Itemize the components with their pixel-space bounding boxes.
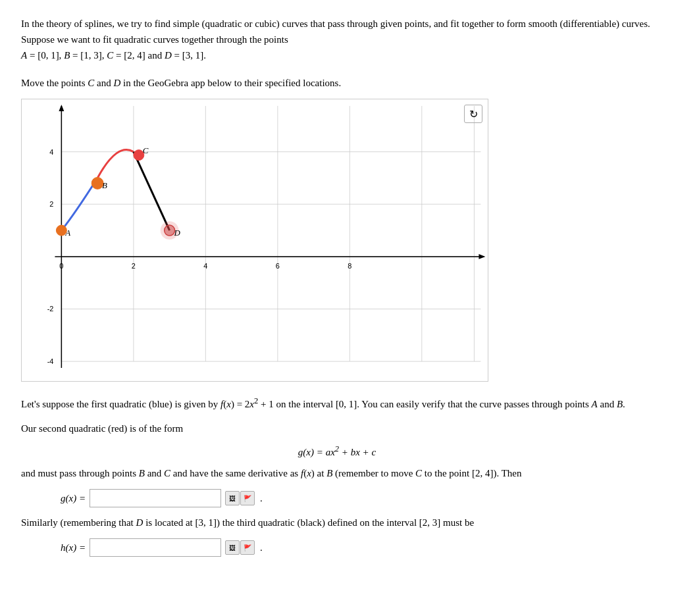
black-intro: Similarly (remembering that D is located… — [21, 514, 653, 532]
red-condition: and must pass through points B and C and… — [21, 465, 653, 482]
gx-image-icon[interactable]: 🖼 — [225, 491, 240, 505]
geogebra-graph: ↻ 0 2 4 6 8 4 2 -2 — [21, 99, 488, 382]
svg-text:4: 4 — [49, 148, 53, 156]
svg-marker-16 — [479, 254, 485, 259]
gx-label: g(x) = — [61, 493, 86, 504]
gx-period: . — [260, 493, 263, 504]
math-italic: A = [0, 1], B = [1, 3], C = [2, 4] A = [… — [21, 50, 206, 61]
svg-text:2: 2 — [132, 262, 136, 270]
svg-text:B: B — [102, 180, 107, 190]
svg-text:6: 6 — [276, 262, 280, 270]
svg-line-26 — [134, 152, 170, 230]
hx-icon-pair: 🖼🚩 — [225, 540, 255, 555]
svg-text:D: D — [174, 228, 181, 238]
gx-flag-icon[interactable]: 🚩 — [240, 491, 255, 505]
svg-text:0: 0 — [59, 262, 63, 270]
gx-equation-row: g(x) = 🖼🚩 . — [61, 489, 653, 507]
svg-text:-2: -2 — [47, 305, 54, 313]
hx-image-icon[interactable]: 🖼 — [225, 540, 240, 555]
red-intro: Our second quadratic (red) is of the for… — [21, 420, 653, 438]
hx-label: h(x) = — [61, 542, 86, 553]
red-formula: g(x) = ax2 + bx + c — [21, 444, 653, 458]
move-instruction: Move the points C and D in the GeoGebra … — [21, 75, 653, 91]
svg-text:C: C — [143, 145, 149, 155]
refresh-button[interactable]: ↻ — [464, 105, 482, 123]
svg-point-34 — [165, 225, 175, 236]
svg-marker-14 — [59, 105, 64, 111]
intro-paragraph: In the theory of splines, we try to find… — [21, 16, 653, 63]
svg-text:A: A — [65, 228, 70, 238]
svg-text:2: 2 — [49, 200, 53, 208]
graph-svg: 0 2 4 6 8 4 2 -2 -4 A B C D — [22, 99, 488, 381]
svg-text:4: 4 — [203, 262, 207, 270]
hx-period: . — [260, 542, 263, 553]
blue-description: Let's suppose the first quadratic (blue)… — [21, 394, 653, 413]
gx-input[interactable] — [90, 489, 221, 507]
svg-text:8: 8 — [348, 262, 351, 270]
gx-icon-pair: 🖼🚩 — [225, 491, 255, 505]
svg-text:-4: -4 — [47, 357, 54, 365]
hx-equation-row: h(x) = 🖼🚩 . — [61, 538, 653, 557]
hx-flag-icon[interactable]: 🚩 — [240, 540, 255, 555]
hx-input[interactable] — [90, 538, 221, 557]
